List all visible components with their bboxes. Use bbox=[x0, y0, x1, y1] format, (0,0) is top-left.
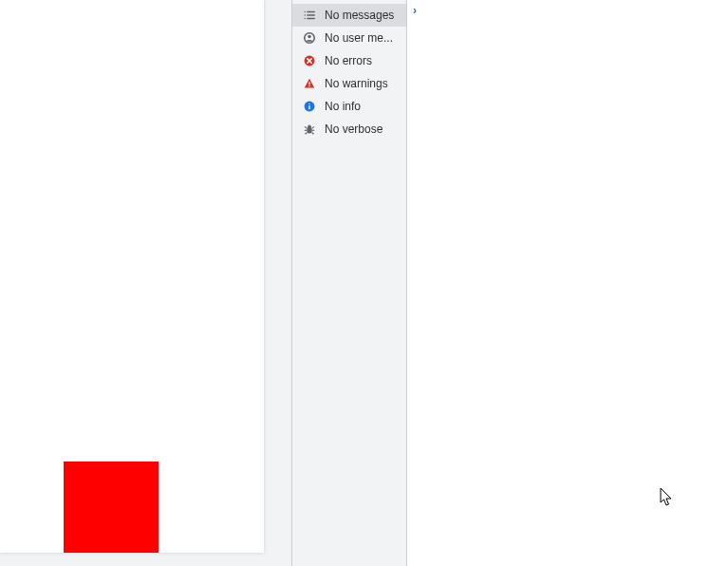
sidebar-item-warnings[interactable]: No warnings bbox=[292, 72, 406, 95]
svg-point-17 bbox=[308, 124, 311, 128]
console-prompt-icon: › bbox=[413, 4, 417, 17]
sidebar-item-user-messages[interactable]: No user me... bbox=[292, 27, 406, 49]
page-preview-pane bbox=[0, 0, 291, 566]
svg-rect-15 bbox=[308, 105, 309, 109]
bug-icon bbox=[302, 122, 317, 137]
svg-rect-11 bbox=[308, 82, 309, 85]
svg-rect-12 bbox=[308, 85, 309, 86]
info-icon bbox=[302, 99, 317, 114]
sidebar-item-errors[interactable]: No errors bbox=[292, 49, 406, 72]
red-rectangle[interactable] bbox=[64, 462, 159, 553]
console-sidebar: No messages No user me... No errors bbox=[292, 0, 407, 566]
sidebar-item-verbose[interactable]: No verbose bbox=[292, 118, 406, 141]
svg-line-18 bbox=[305, 126, 307, 128]
svg-point-7 bbox=[308, 35, 311, 39]
console-output[interactable]: › bbox=[407, 0, 728, 566]
svg-line-23 bbox=[312, 133, 314, 135]
svg-rect-14 bbox=[308, 104, 309, 104]
sidebar-item-label: No messages bbox=[325, 9, 394, 22]
svg-point-2 bbox=[304, 14, 305, 15]
sidebar-item-messages[interactable]: No messages bbox=[292, 4, 406, 27]
svg-line-19 bbox=[312, 126, 314, 128]
svg-point-4 bbox=[304, 18, 305, 19]
svg-line-22 bbox=[305, 133, 307, 135]
list-icon bbox=[302, 8, 317, 23]
page-preview[interactable] bbox=[0, 0, 264, 553]
svg-point-0 bbox=[304, 11, 305, 12]
sidebar-item-label: No user me... bbox=[325, 31, 393, 45]
sidebar-item-info[interactable]: No info bbox=[292, 95, 406, 118]
error-icon bbox=[302, 53, 317, 68]
devtools-panel: No messages No user me... No errors bbox=[291, 0, 728, 566]
sidebar-item-label: No errors bbox=[325, 54, 372, 67]
sidebar-item-label: No info bbox=[325, 100, 361, 113]
warning-icon bbox=[302, 76, 317, 91]
user-icon bbox=[302, 30, 317, 46]
sidebar-item-label: No verbose bbox=[325, 123, 383, 136]
sidebar-item-label: No warnings bbox=[325, 77, 388, 90]
